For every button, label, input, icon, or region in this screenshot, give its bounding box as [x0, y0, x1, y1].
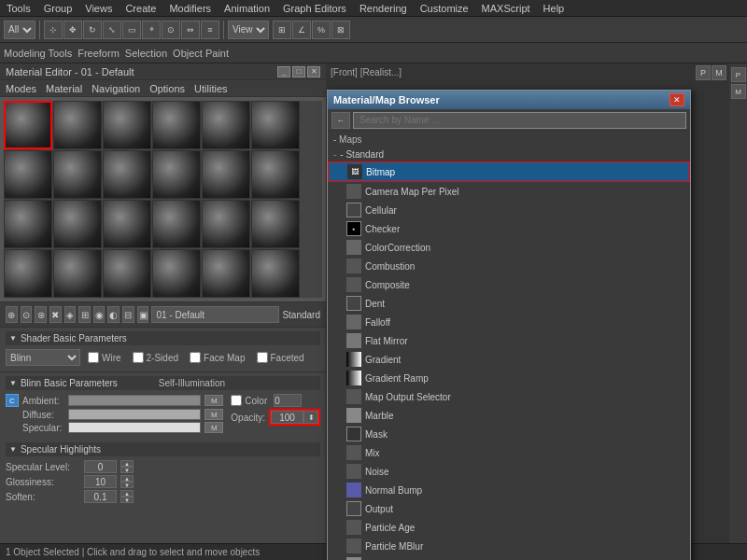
specular-map-btn[interactable]: M [204, 422, 223, 433]
dent-item[interactable]: Dent [328, 294, 690, 313]
glossiness-down[interactable]: ▼ [120, 482, 134, 488]
mat-menu-utilities[interactable]: Utilities [194, 83, 227, 94]
sphere-13[interactable] [4, 200, 52, 248]
make-unique-btn[interactable]: ◈ [64, 306, 77, 323]
put-to-library-btn[interactable]: ⊞ [78, 306, 91, 323]
sphere-18[interactable] [251, 200, 300, 248]
select-filter[interactable]: All [4, 21, 35, 39]
diffuse-map-btn[interactable]: M [204, 409, 223, 420]
flat-mirror-item[interactable]: Flat Mirror [328, 331, 690, 350]
object-paint-tab[interactable]: Object Paint [173, 48, 229, 59]
dialog-back-btn[interactable]: ← [331, 112, 350, 129]
standard-category[interactable]: - Standard [328, 147, 690, 161]
assign-material-btn[interactable]: ⊛ [35, 306, 47, 323]
sphere-8[interactable] [53, 150, 102, 199]
lasso-select[interactable]: ⌖ [142, 21, 161, 39]
sphere-5[interactable] [202, 101, 250, 149]
spec-highlights-header[interactable]: Specular Highlights [6, 442, 320, 456]
glossiness-up[interactable]: ▲ [120, 475, 134, 482]
freeform-tab[interactable]: Freeform [78, 48, 120, 59]
sphere-14[interactable] [53, 200, 102, 248]
spinner-snap[interactable]: ⊠ [331, 21, 350, 39]
sphere-23[interactable] [202, 249, 250, 298]
menu-graph-editors[interactable]: Graph Editors [280, 3, 349, 14]
sphere-21[interactable] [103, 249, 151, 298]
menu-rendering[interactable]: Rendering [357, 3, 410, 14]
ambient-c-btn[interactable]: C [6, 394, 19, 407]
angle-snap[interactable]: ∠ [292, 21, 311, 39]
menu-views[interactable]: Views [82, 3, 115, 14]
sphere-11[interactable] [202, 150, 250, 199]
normal-bump-item[interactable]: Normal Bump [328, 481, 690, 499]
mix-item[interactable]: Mix [328, 443, 690, 462]
view-select[interactable]: View [228, 21, 269, 39]
sphere-22[interactable] [152, 249, 201, 298]
output-item[interactable]: Output [328, 499, 690, 518]
soften-down[interactable]: ▼ [120, 497, 134, 503]
facemap-checkbox[interactable] [190, 352, 201, 363]
soften-input[interactable] [84, 490, 117, 503]
blinn-section-header[interactable]: Blinn Basic Parameters Self-Illumination [6, 376, 320, 390]
sphere-16[interactable] [152, 200, 201, 248]
mat-menu-modes[interactable]: Modes [6, 83, 36, 94]
sphere-19[interactable] [4, 249, 52, 298]
menu-tools[interactable]: Tools [4, 3, 34, 14]
opacity-input[interactable] [271, 411, 303, 424]
align-tool[interactable]: ≡ [201, 21, 219, 39]
move-tool[interactable]: ✥ [63, 21, 82, 39]
dialog-search-input[interactable] [353, 112, 686, 129]
mask-item[interactable]: Mask [328, 425, 690, 443]
composite-item[interactable]: Composite [328, 275, 690, 294]
particle-mblur-item[interactable]: Particle MBlur [328, 537, 690, 555]
spec-level-down[interactable]: ▼ [120, 467, 134, 473]
faceted-checkbox[interactable] [257, 352, 268, 363]
diffuse-color-bar[interactable] [68, 409, 201, 420]
sphere-4[interactable] [152, 101, 201, 149]
falloff-item[interactable]: Falloff [328, 313, 690, 331]
sphere-1-selected[interactable] [4, 101, 52, 149]
soften-up[interactable]: ▲ [120, 490, 134, 497]
sphere-3[interactable] [103, 101, 151, 149]
color-value-input[interactable] [274, 394, 302, 407]
specular-color-bar[interactable] [68, 422, 201, 433]
map-output-selector-item[interactable]: Map Output Selector [328, 387, 690, 406]
mat-menu-options[interactable]: Options [149, 83, 185, 94]
maximize-btn[interactable]: □ [292, 66, 305, 77]
self-illum-color-checkbox[interactable] [231, 395, 242, 406]
noise-item[interactable]: Noise [328, 462, 690, 481]
particle-age-item[interactable]: Particle Age [328, 518, 690, 537]
shader-section-header[interactable]: Shader Basic Parameters [6, 331, 320, 345]
reset-material-btn[interactable]: ✖ [49, 306, 62, 323]
sphere-15[interactable] [103, 200, 151, 248]
ambient-map-btn[interactable]: M [204, 395, 223, 406]
snap-toggle[interactable]: ⊞ [273, 21, 291, 39]
rotate-tool[interactable]: ↻ [83, 21, 102, 39]
spec-level-input[interactable] [84, 460, 117, 473]
sphere-20[interactable] [53, 249, 102, 298]
combustion-item[interactable]: Combustion [328, 257, 690, 275]
gradient-ramp-item[interactable]: Gradient Ramp [328, 369, 690, 387]
twosided-checkbox[interactable] [133, 352, 144, 363]
side-btn-1[interactable]: P [731, 67, 746, 82]
spec-level-up[interactable]: ▲ [120, 460, 134, 467]
opacity-spin-btn[interactable]: ⬍ [303, 411, 318, 424]
material-name-field[interactable] [151, 306, 279, 323]
viewport-btn-1[interactable]: P [696, 65, 711, 80]
wire-checkbox[interactable] [88, 352, 99, 363]
minimize-btn[interactable]: _ [277, 66, 290, 77]
sphere-24[interactable] [251, 249, 300, 298]
color-correction-item[interactable]: ColorCorrection [328, 238, 690, 257]
ambient-color-bar[interactable] [68, 395, 201, 406]
rect-select[interactable]: ▭ [122, 21, 141, 39]
sphere-9[interactable] [103, 150, 151, 199]
menu-create[interactable]: Create [122, 3, 159, 14]
get-material-btn[interactable]: ⊕ [6, 306, 18, 323]
menu-group[interactable]: Group [41, 3, 76, 14]
menu-maxscript[interactable]: MAXScript [479, 3, 533, 14]
gradient-item[interactable]: Gradient [328, 350, 690, 369]
sphere-2[interactable] [53, 101, 102, 149]
mat-menu-material[interactable]: Material [46, 83, 82, 94]
menu-animation[interactable]: Animation [221, 3, 273, 14]
checker-item[interactable]: ▪ Checker [328, 219, 690, 238]
select-tool[interactable]: ⊹ [44, 21, 63, 39]
